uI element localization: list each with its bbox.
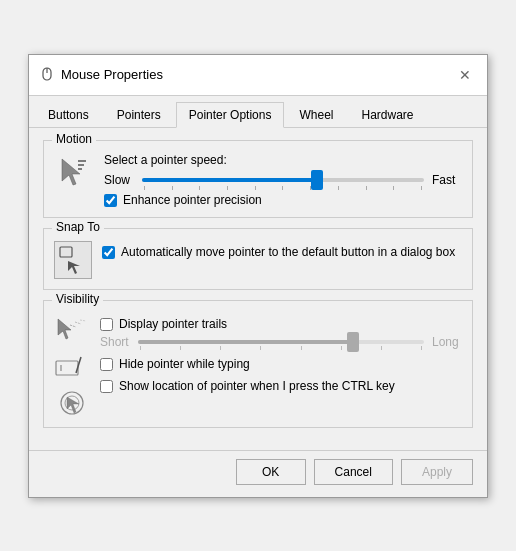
ctrl-checkbox[interactable] <box>100 380 113 393</box>
speed-label: Select a pointer speed: <box>104 153 462 167</box>
trails-slider-track <box>138 340 424 344</box>
motion-controls: Select a pointer speed: Slow <box>104 153 462 207</box>
tab-buttons[interactable]: Buttons <box>35 102 102 127</box>
pointer-speed-icon <box>56 155 92 191</box>
hide-typing-icon <box>54 353 90 381</box>
tabs-bar: Buttons Pointers Pointer Options Wheel H… <box>29 96 487 128</box>
snap-group: Snap To Automatically move pointer to th… <box>43 228 473 290</box>
snap-group-label: Snap To <box>52 220 104 234</box>
tab-pointers[interactable]: Pointers <box>104 102 174 127</box>
enhance-checkbox-row: Enhance pointer precision <box>104 193 462 207</box>
window-title: Mouse Properties <box>61 67 163 82</box>
visibility-group-label: Visibility <box>52 292 103 306</box>
motion-group: Motion Select a pointer speed: Slow <box>43 140 473 218</box>
snap-group-content: Automatically move pointer to the defaul… <box>54 237 462 279</box>
window: Mouse Properties ✕ Buttons Pointers Poin… <box>28 54 488 498</box>
trails-slider-row: Short <box>100 335 462 349</box>
trails-slider-ticks <box>138 346 424 350</box>
trails-checkbox-row: Display pointer trails <box>100 317 462 331</box>
visibility-icons <box>54 313 90 417</box>
trails-label[interactable]: Display pointer trails <box>119 317 227 331</box>
hide-checkbox-row: Hide pointer while typing <box>100 357 462 371</box>
ctrl-label[interactable]: Show location of pointer when I press th… <box>119 379 395 393</box>
trails-checkbox[interactable] <box>100 318 113 331</box>
enhance-label[interactable]: Enhance pointer precision <box>123 193 262 207</box>
visibility-group: Visibility <box>43 300 473 428</box>
visibility-controls: Display pointer trails Short <box>100 313 462 393</box>
title-bar: Mouse Properties ✕ <box>29 55 487 96</box>
title-bar-left: Mouse Properties <box>39 67 163 83</box>
fast-label: Fast <box>432 173 462 187</box>
svg-rect-12 <box>56 361 78 375</box>
svg-marker-2 <box>62 159 80 185</box>
snap-icon <box>54 241 92 279</box>
snap-checkbox[interactable] <box>102 246 115 259</box>
speed-slider-ticks <box>142 186 424 190</box>
long-label: Long <box>432 335 462 349</box>
ctrl-checkbox-row: Show location of pointer when I press th… <box>100 379 462 393</box>
speed-slider-filled <box>142 178 317 182</box>
footer: OK Cancel Apply <box>29 450 487 497</box>
enhance-checkbox[interactable] <box>104 194 117 207</box>
slow-label: Slow <box>104 173 134 187</box>
mouse-icon <box>39 67 55 83</box>
speed-slider-track[interactable] <box>142 178 424 182</box>
motion-group-content: Select a pointer speed: Slow <box>54 149 462 207</box>
svg-marker-17 <box>67 397 79 413</box>
ok-button[interactable]: OK <box>236 459 306 485</box>
cancel-button[interactable]: Cancel <box>314 459 393 485</box>
snap-controls: Automatically move pointer to the defaul… <box>102 241 462 259</box>
snap-checkbox-row: Automatically move pointer to the defaul… <box>102 245 462 259</box>
svg-line-9 <box>70 325 76 327</box>
svg-marker-7 <box>68 261 80 274</box>
close-button[interactable]: ✕ <box>453 63 477 87</box>
trails-slider-filled <box>138 340 353 344</box>
ctrl-icon <box>54 389 90 417</box>
motion-icon <box>54 153 94 193</box>
tab-pointer-options[interactable]: Pointer Options <box>176 102 285 128</box>
snap-cursor-icon <box>58 245 88 275</box>
hide-label[interactable]: Hide pointer while typing <box>119 357 250 371</box>
snap-label[interactable]: Automatically move pointer to the defaul… <box>121 245 455 259</box>
visibility-group-content: Display pointer trails Short <box>54 309 462 417</box>
hide-checkbox[interactable] <box>100 358 113 371</box>
motion-group-label: Motion <box>52 132 96 146</box>
tab-hardware[interactable]: Hardware <box>348 102 426 127</box>
tab-wheel[interactable]: Wheel <box>286 102 346 127</box>
svg-marker-8 <box>58 319 71 339</box>
apply-button[interactable]: Apply <box>401 459 473 485</box>
short-label: Short <box>100 335 130 349</box>
tab-content: Motion Select a pointer speed: Slow <box>29 128 487 450</box>
svg-line-10 <box>75 322 81 324</box>
svg-line-11 <box>80 320 86 321</box>
trails-icon <box>54 317 90 345</box>
svg-rect-6 <box>60 247 72 257</box>
speed-slider-row: Slow <box>104 173 462 187</box>
